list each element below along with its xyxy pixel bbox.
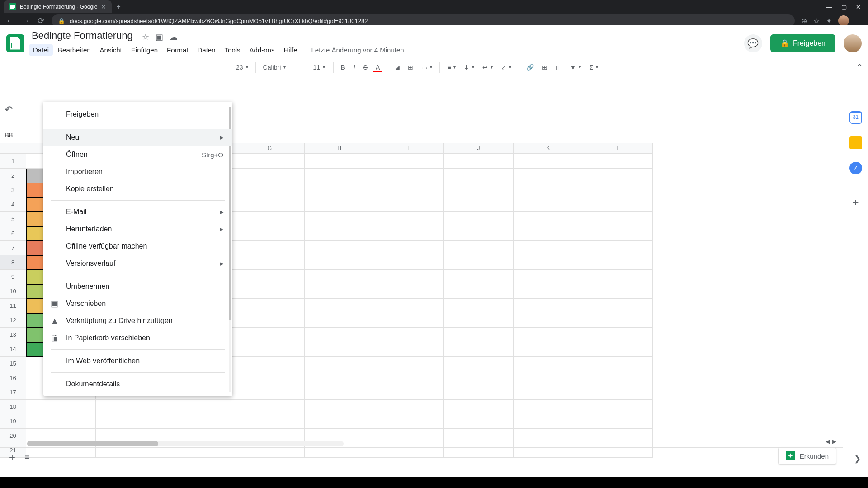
cell[interactable]: [305, 371, 374, 385]
cell[interactable]: [444, 212, 514, 226]
cell[interactable]: [444, 371, 514, 385]
column-header[interactable]: I: [374, 143, 444, 154]
add-addon-icon[interactable]: +: [852, 196, 859, 209]
cell[interactable]: [374, 169, 444, 183]
last-edit-link[interactable]: Letzte Änderung vor 4 Minuten: [311, 46, 404, 54]
cell[interactable]: [26, 414, 96, 429]
cell[interactable]: [444, 226, 514, 241]
cell[interactable]: [235, 226, 305, 241]
cell[interactable]: [305, 197, 374, 212]
maximize-icon[interactable]: ▢: [841, 4, 847, 10]
menu-file[interactable]: Datei: [29, 44, 53, 56]
cell[interactable]: [235, 241, 305, 255]
menu-offline[interactable]: Offline verfügbar machen: [43, 238, 232, 255]
menu-tools[interactable]: Tools: [221, 44, 245, 56]
menu-add-drive-shortcut[interactable]: ▲Verknüpfung zu Drive hinzufügen: [43, 312, 232, 329]
cell[interactable]: [583, 328, 653, 342]
merge-cells-icon[interactable]: ⬚: [419, 62, 435, 73]
sheets-logo-icon[interactable]: [6, 34, 24, 52]
row-header[interactable]: 17: [0, 385, 26, 400]
cell[interactable]: [444, 400, 514, 414]
cell[interactable]: [305, 255, 374, 270]
cell[interactable]: [374, 328, 444, 342]
menu-new[interactable]: Neu▶: [43, 129, 232, 146]
row-header[interactable]: 6: [0, 226, 26, 241]
cell[interactable]: [514, 226, 583, 241]
cell[interactable]: [374, 299, 444, 313]
scroll-left-icon[interactable]: ◀: [826, 438, 830, 445]
cell[interactable]: [305, 414, 374, 429]
row-header[interactable]: 12: [0, 313, 26, 328]
cell[interactable]: [374, 400, 444, 414]
cell[interactable]: [374, 255, 444, 270]
cell[interactable]: [235, 414, 305, 429]
bold-icon[interactable]: B: [338, 62, 348, 73]
cell[interactable]: [583, 414, 653, 429]
cell[interactable]: [96, 400, 165, 414]
menu-help[interactable]: Hilfe: [279, 44, 301, 56]
row-header[interactable]: 13: [0, 328, 26, 342]
undo-icon[interactable]: ↶: [5, 104, 13, 116]
cell[interactable]: [583, 169, 653, 183]
cell[interactable]: [235, 400, 305, 414]
cell[interactable]: [305, 328, 374, 342]
menu-share[interactable]: Freigeben: [43, 106, 232, 123]
menu-edit[interactable]: Bearbeiten: [54, 44, 95, 56]
cell[interactable]: [235, 313, 305, 328]
menu-make-copy[interactable]: Kopie erstellen: [43, 180, 232, 197]
cell[interactable]: [583, 212, 653, 226]
cell[interactable]: [444, 270, 514, 284]
font-size-dropdown[interactable]: 11: [311, 62, 329, 73]
cell[interactable]: [305, 154, 374, 169]
cell[interactable]: [514, 385, 583, 400]
cell[interactable]: [514, 400, 583, 414]
row-header[interactable]: 3: [0, 183, 26, 197]
cell[interactable]: [444, 414, 514, 429]
cell[interactable]: [374, 371, 444, 385]
scroll-right-icon[interactable]: ▶: [832, 438, 836, 445]
cell[interactable]: [583, 226, 653, 241]
row-header[interactable]: 10: [0, 284, 26, 299]
cell[interactable]: [514, 241, 583, 255]
cell[interactable]: [374, 154, 444, 169]
cell[interactable]: [514, 154, 583, 169]
cell[interactable]: [374, 212, 444, 226]
column-header[interactable]: L: [583, 143, 653, 154]
cell[interactable]: [374, 385, 444, 400]
cell[interactable]: [374, 226, 444, 241]
cell[interactable]: [305, 385, 374, 400]
cell[interactable]: [444, 429, 514, 443]
row-header[interactable]: 15: [0, 357, 26, 371]
v-align-icon[interactable]: ⬍: [461, 62, 477, 73]
cell[interactable]: [235, 212, 305, 226]
row-header[interactable]: 14: [0, 342, 26, 357]
cell[interactable]: [444, 342, 514, 357]
text-color-icon[interactable]: A: [373, 62, 382, 72]
tasks-icon[interactable]: [849, 162, 862, 174]
borders-icon[interactable]: ⊞: [405, 62, 416, 73]
comments-button[interactable]: 💬: [744, 34, 762, 52]
row-header[interactable]: 4: [0, 197, 26, 212]
share-button[interactable]: 🔒 Freigeben: [770, 34, 835, 52]
menu-move[interactable]: ▣Verschieben: [43, 295, 232, 312]
cell[interactable]: [305, 169, 374, 183]
menu-publish-web[interactable]: Im Web veröffentlichen: [43, 352, 232, 370]
cell[interactable]: [583, 313, 653, 328]
row-header[interactable]: 5: [0, 212, 26, 226]
keep-icon[interactable]: [849, 136, 862, 149]
cell[interactable]: [305, 226, 374, 241]
cell[interactable]: [305, 400, 374, 414]
menu-download[interactable]: Herunterladen▶: [43, 221, 232, 238]
h-align-icon[interactable]: ≡: [444, 62, 458, 73]
cell[interactable]: [583, 371, 653, 385]
menu-data[interactable]: Daten: [193, 44, 220, 56]
cell[interactable]: [583, 270, 653, 284]
cell[interactable]: [514, 270, 583, 284]
cell[interactable]: [235, 197, 305, 212]
cell[interactable]: [514, 414, 583, 429]
cell[interactable]: [444, 241, 514, 255]
forward-icon[interactable]: →: [21, 16, 30, 26]
cell[interactable]: [165, 400, 235, 414]
new-tab-button[interactable]: +: [112, 3, 125, 11]
row-header[interactable]: 7: [0, 241, 26, 255]
